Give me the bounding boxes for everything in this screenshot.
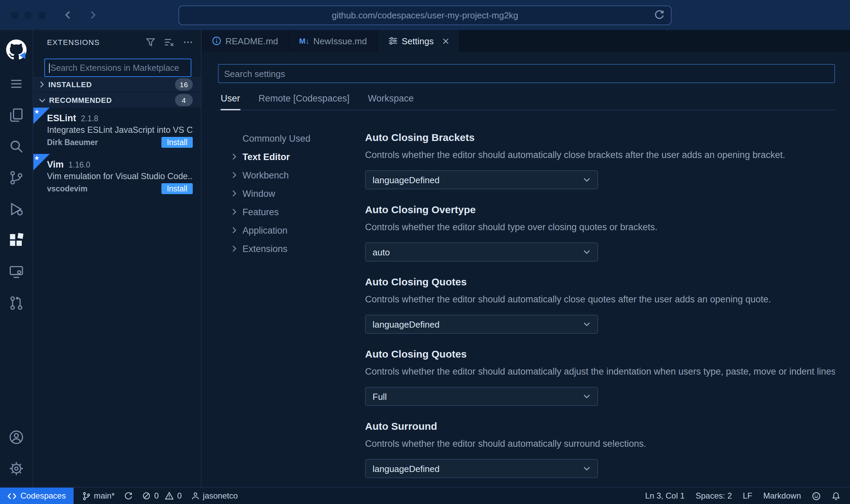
url-bar[interactable]: github.com/codespaces/user-my-project-mg… [178,5,672,25]
toc-item-text-editor[interactable]: Text Editor [232,149,365,164]
scope-tab-remote[interactable]: Remote [Codespaces] [258,93,349,104]
window-zoom-button[interactable] [38,11,46,19]
setting-dropdown[interactable]: languageDefined [365,170,598,189]
info-icon [212,36,221,46]
remote-explorer-icon[interactable] [0,256,33,287]
toc-item-application[interactable]: Application [232,223,365,238]
install-button[interactable]: Install [161,183,193,194]
explorer-icon[interactable] [0,99,33,131]
setting-dropdown[interactable]: auto [365,242,598,262]
tab-label: Settings [402,36,434,46]
url-text: github.com/codespaces/user-my-project-mg… [332,10,518,20]
pull-requests-icon[interactable] [0,287,33,319]
setting-item: Auto Closing Brackets Controls whether t… [365,131,835,189]
window-controls[interactable] [11,11,46,19]
account-icon[interactable] [0,422,33,453]
sync-icon [124,491,133,500]
refresh-icon[interactable] [653,9,665,21]
setting-title: Auto Closing Quotes [365,275,835,289]
extension-list-item[interactable]: ★ ESLint 2.1.8 Integrates ESLint JavaScr… [33,108,201,154]
codespaces-icon [7,492,16,500]
language-mode-indicator[interactable]: Markdown [758,488,806,504]
menu-icon[interactable] [0,68,33,99]
sync-button[interactable] [120,488,138,504]
notifications-bell-icon[interactable] [826,488,846,504]
extension-version: 1.16.0 [68,161,90,169]
section-label: RECOMMENDED [49,96,112,104]
settings-search-input[interactable]: Search settings [218,64,835,83]
section-recommended[interactable]: RECOMMENDED 4 [33,93,201,108]
settings-group-list: Auto Closing Brackets Controls whether t… [365,131,835,487]
chevron-right-icon [39,81,45,88]
toc-item-extensions[interactable]: Extensions [232,241,365,256]
setting-description: Controls whether the editor should autom… [365,437,835,451]
section-label: INSTALLED [48,80,92,89]
chevron-down-icon [583,321,591,327]
codespaces-remote-button[interactable]: Codespaces [0,488,73,504]
settings-tab-icon [388,36,397,46]
install-button[interactable]: Install [161,137,193,148]
back-icon[interactable] [63,10,73,20]
chevron-right-icon [232,172,238,178]
setting-item: Auto Closing Quotes Controls whether the… [365,275,835,334]
settings-gear-icon[interactable] [0,453,33,484]
tab-newissue[interactable]: M↓ NewIssue.md [289,30,378,52]
window-close-button[interactable] [11,11,18,19]
setting-dropdown[interactable]: Full [365,387,598,406]
setting-title: Auto Surround [365,420,835,433]
forward-icon[interactable] [88,10,97,20]
warnings-icon [165,492,174,500]
more-actions-icon[interactable] [183,37,193,47]
extension-author: Dirk Baeumer [47,138,98,146]
dropdown-value: languageDefined [373,463,440,474]
setting-item: Auto Surround Controls whether the edito… [365,420,835,478]
toc-item-window[interactable]: Window [232,186,365,201]
browser-window: github.com/codespaces/user-my-project-mg… [0,0,850,504]
scope-tab-workspace[interactable]: Workspace [368,93,414,104]
extensions-icon[interactable] [0,225,33,256]
close-icon[interactable] [442,38,448,44]
extension-version: 2.1.8 [81,114,98,123]
chevron-right-icon [232,190,238,197]
installed-count-badge: 16 [175,78,193,91]
toc-item-workbench[interactable]: Workbench [232,168,365,183]
extensions-search-placeholder: Search Extensions in Marketplace [50,63,179,73]
scope-tab-user[interactable]: User [221,93,240,104]
github-codespaces-logo[interactable] [0,31,33,68]
toc-item-features[interactable]: Features [232,204,365,219]
setting-dropdown[interactable]: languageDefined [365,459,598,478]
problems-indicator[interactable]: 0 0 [138,488,187,504]
eol-indicator[interactable]: LF [737,488,758,504]
window-minimize-button[interactable] [25,11,32,19]
source-control-icon[interactable] [0,162,33,193]
settings-toc: Commonly Used Text Editor Workbench [218,131,365,487]
dropdown-value: Full [373,391,387,401]
filter-icon[interactable] [146,37,155,47]
toc-item-commonly-used[interactable]: Commonly Used [232,131,365,146]
errors-icon [143,492,151,500]
feedback-icon[interactable] [806,488,826,504]
clear-search-results-icon[interactable] [164,37,174,47]
setting-dropdown[interactable]: languageDefined [365,315,598,334]
github-user-indicator[interactable]: jasonetco [187,488,243,504]
run-and-debug-icon[interactable] [0,193,33,225]
chevron-right-icon [232,153,238,160]
extension-list-item[interactable]: ★ Vim 1.16.0 Vim emulation for Visual St… [33,154,201,200]
settings-editor: Search settings User Remote [Codespaces]… [202,52,850,487]
setting-title: Auto Closing Brackets [365,131,835,144]
branch-indicator[interactable]: main* [77,488,119,504]
chevron-right-icon [232,245,238,252]
tab-settings[interactable]: Settings [378,30,459,52]
extensions-search-input[interactable]: Search Extensions in Marketplace [44,59,191,77]
extensions-sidebar: EXTENSIONS Search [33,30,202,487]
indentation-indicator[interactable]: Spaces: 2 [690,488,738,504]
settings-search-placeholder: Search settings [224,68,285,79]
cursor-position-indicator[interactable]: Ln 3, Col 1 [640,488,690,504]
tab-readme[interactable]: README.md [202,30,289,52]
dropdown-value: auto [373,247,390,257]
extension-description: Vim emulation for Visual Studio Code... [47,172,193,181]
text-cursor [49,63,50,73]
dropdown-value: languageDefined [373,175,440,185]
section-installed[interactable]: INSTALLED 16 [33,77,201,92]
search-icon[interactable] [0,131,33,162]
